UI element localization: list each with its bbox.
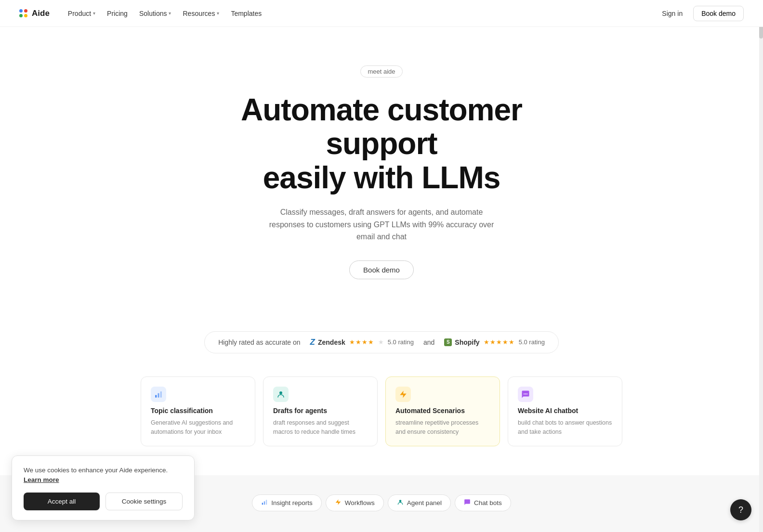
chatbot-icon [518,387,533,402]
logo-icon [19,9,28,18]
feature-name-topic: Topic classification [151,407,245,415]
shopify-logo: S Shopify [444,338,479,346]
nav-pricing[interactable]: Pricing [102,7,132,20]
svg-rect-2 [160,391,162,398]
ratings-bar: Highly rated as accurate on Z Zendesk ★★… [204,331,559,353]
svg-rect-10 [266,500,267,505]
zendesk-icon: Z [310,337,315,347]
svg-point-6 [525,393,526,394]
feature-card-drafts: Drafts for agents draft responses and su… [263,376,378,447]
automated-icon [395,387,411,402]
nav-links: Product ▾ Pricing Solutions ▾ Resources … [63,7,266,20]
chevron-down-icon-solutions: ▾ [169,11,171,16]
shopify-rating: S Shopify ★★★★★ 5.0 rating [444,338,545,346]
feature-name-automated: Automated Scenarios [395,407,490,415]
tab-insight-reports[interactable]: Insight reports [252,494,322,511]
cookie-settings-button[interactable]: Cookie settings [105,493,183,510]
feature-desc-topic: Generative AI suggestions and automation… [151,418,245,437]
shopify-stars: ★★★★★ [484,338,515,346]
workflow-icon [335,499,342,507]
ratings-prefix: Highly rated as accurate on [218,338,300,346]
feature-desc-automated: streamline repetitive processes and ensu… [395,418,490,437]
cookie-buttons: Accept all Cookie settings [24,493,183,510]
insight-icon [261,499,268,507]
svg-marker-11 [336,500,341,506]
svg-rect-8 [262,503,263,505]
accept-cookies-button[interactable]: Accept all [24,493,100,510]
feature-name-drafts: Drafts for agents [273,407,368,415]
zendesk-rating: Z Zendesk ★★★★★ 5.0 rating [310,337,414,347]
svg-point-5 [524,393,525,394]
nav-left: Aide Product ▾ Pricing Solutions ▾ Resou… [19,7,266,20]
svg-point-12 [399,500,402,503]
feature-name-chatbot: Website AI chatbot [518,407,612,415]
cookie-learn-more[interactable]: Learn more [24,476,59,483]
meet-badge: meet aide [360,65,402,78]
svg-rect-1 [158,393,159,398]
svg-rect-0 [155,395,157,397]
zendesk-star-partial: ★ [378,338,384,346]
hero-subtitle: Classify messages, draft answers for age… [266,206,497,243]
feature-card-topic: Topic classification Generative AI sugge… [141,376,255,447]
tab-workflows[interactable]: Workflows [326,494,384,511]
zendesk-logo: Z Zendesk [310,337,345,347]
cookie-banner: We use cookies to enhance your Aide expe… [12,455,195,521]
cookie-text: We use cookies to enhance your Aide expe… [24,466,183,485]
chevron-down-icon: ▾ [93,11,95,16]
tab-chat-bots[interactable]: Chat bots [455,494,511,511]
svg-marker-4 [400,390,407,398]
nav-right: Sign in Book demo [657,6,744,21]
hero-title: Automate customer support easily with LL… [184,93,579,195]
nav-resources[interactable]: Resources ▾ [178,7,224,20]
sign-in-button[interactable]: Sign in [657,7,687,20]
svg-rect-9 [264,502,265,505]
shopify-icon: S [444,338,452,346]
brand-name: Aide [32,9,50,18]
zendesk-stars: ★★★★ [349,338,374,346]
svg-point-7 [526,393,527,394]
chevron-down-icon-resources: ▾ [217,11,219,16]
scrollbar[interactable] [759,0,763,532]
navbar: Aide Product ▾ Pricing Solutions ▾ Resou… [0,0,763,27]
book-demo-hero-button[interactable]: Book demo [349,260,414,279]
feature-desc-chatbot: build chat bots to answer questions and … [518,418,612,437]
logo[interactable]: Aide [19,9,50,18]
svg-point-3 [279,391,282,394]
feature-desc-drafts: draft responses and suggest macros to re… [273,418,368,437]
hero-section: meet aide Automate customer support easi… [165,27,598,308]
drafts-icon [273,387,289,402]
topic-icon [151,387,166,402]
chatbots-icon [464,499,471,507]
tab-agent-panel[interactable]: Agent panel [388,494,451,511]
ratings-connector: and [423,338,434,346]
book-demo-nav-button[interactable]: Book demo [693,6,744,21]
nav-product[interactable]: Product ▾ [63,7,100,20]
help-button[interactable]: ? [730,499,751,520]
feature-card-automated: Automated Scenarios streamline repetitiv… [385,376,500,447]
nav-solutions[interactable]: Solutions ▾ [134,7,176,20]
agent-icon [397,499,404,507]
feature-card-chatbot: Website AI chatbot build chat bots to an… [508,376,622,447]
nav-templates[interactable]: Templates [226,7,266,20]
